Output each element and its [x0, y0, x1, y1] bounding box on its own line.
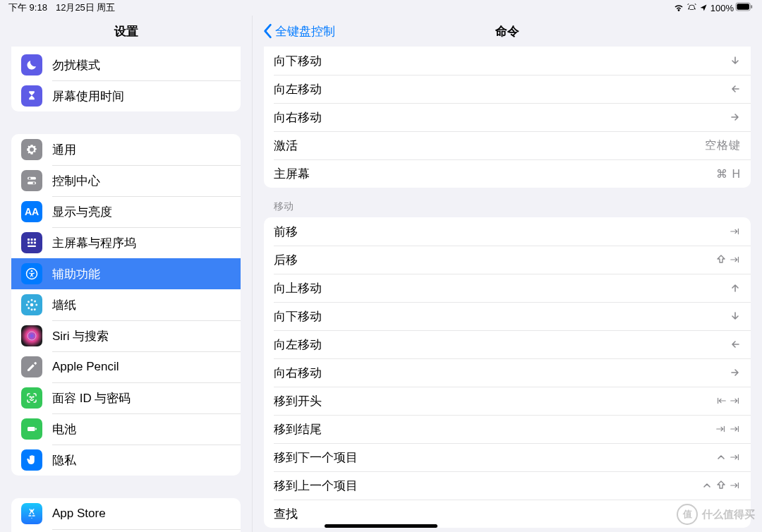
sidebar-item-label: 通用	[52, 142, 76, 158]
command-label: 移到开头	[274, 393, 322, 409]
grid-icon	[21, 232, 42, 253]
status-bar: 下午 9:18 12月25日 周五 100%	[0, 0, 762, 16]
svg-rect-7	[28, 238, 30, 241]
command-row[interactable]: 移到下一个项目	[264, 443, 751, 471]
command-row[interactable]: 前移	[264, 217, 751, 246]
sidebar-item-label: 电池	[52, 421, 76, 437]
command-row[interactable]: 向左移动	[264, 75, 751, 103]
command-row[interactable]: 向上移动	[264, 274, 751, 302]
command-shortcut: 空格键	[705, 138, 741, 153]
alarm-icon	[687, 4, 696, 13]
sidebar-item-wallet[interactable]: 钱包与 Apple Pay	[11, 529, 241, 532]
pencil-icon	[21, 356, 42, 377]
svg-rect-21	[35, 428, 37, 430]
sidebar-item-dnd[interactable]: 勿扰模式	[11, 49, 241, 80]
svg-rect-10	[28, 242, 30, 244]
command-group-move: 前移 后移 向上移动 向下移动	[264, 217, 751, 528]
command-group: 向下移动 向左移动 向右移动 激活 空格键 主屏幕 ⌘ H	[264, 47, 751, 188]
sidebar-item-label: App Store	[52, 507, 106, 521]
sidebar-item-pencil[interactable]: Apple Pencil	[11, 351, 241, 382]
command-row[interactable]: 后移	[264, 246, 751, 274]
back-button[interactable]: 全键盘控制	[261, 23, 335, 40]
tab-icon	[730, 423, 741, 435]
command-shortcut	[715, 452, 741, 463]
sidebar-item-faceid[interactable]: 面容 ID 与密码	[11, 382, 241, 413]
sidebar-item-privacy[interactable]: 隐私	[11, 445, 241, 476]
command-row[interactable]: 向右移动	[264, 358, 751, 387]
command-label: 向上移动	[274, 280, 322, 296]
svg-point-19	[33, 397, 34, 397]
sidebar-item-general[interactable]: 通用	[11, 134, 241, 165]
shift-icon	[715, 480, 727, 491]
sidebar-item-label: 主屏幕与程序坞	[52, 235, 136, 251]
svg-rect-2	[751, 5, 752, 8]
home-indicator[interactable]	[325, 524, 437, 528]
detail-header: 全键盘控制 命令	[253, 16, 762, 47]
status-date: 12月25日 周五	[56, 1, 116, 14]
sidebar-item-accessibility[interactable]: 辅助功能	[11, 258, 241, 289]
sidebar-group: 勿扰模式 屏幕使用时间	[11, 47, 241, 111]
command-shortcut	[715, 423, 741, 435]
svg-point-6	[33, 182, 35, 184]
sidebar-item-display[interactable]: AA 显示与亮度	[11, 196, 241, 227]
command-row[interactable]: 移到开头	[264, 387, 751, 415]
accessibility-icon	[21, 263, 42, 284]
hand-icon	[21, 449, 42, 471]
command-label: 移到下一个项目	[274, 449, 358, 466]
sidebar-item-battery[interactable]: 电池	[11, 413, 241, 445]
command-label: 激活	[274, 138, 298, 154]
command-shortcut	[730, 226, 741, 237]
appstore-icon	[21, 503, 42, 524]
wallpaper-icon	[21, 294, 42, 315]
sidebar-item-label: Siri 与搜索	[52, 328, 109, 344]
sidebar-item-screentime[interactable]: 屏幕使用时间	[11, 80, 241, 111]
command-shortcut: ⌘ H	[716, 167, 741, 181]
command-row[interactable]: 移到上一个项目	[264, 471, 751, 500]
command-row[interactable]: 激活 空格键	[264, 131, 751, 159]
command-row[interactable]: 移到结尾	[264, 415, 751, 443]
command-label: 移到结尾	[274, 421, 322, 437]
svg-rect-13	[28, 246, 36, 247]
arrow-up-icon	[730, 282, 741, 294]
command-label: 移到上一个项目	[274, 478, 358, 494]
watermark-text: 什么值得买	[702, 508, 755, 521]
sidebar-item-appstore[interactable]: App Store	[11, 498, 241, 529]
siri-icon	[21, 325, 42, 346]
command-label: 向下移动	[274, 53, 322, 69]
command-row[interactable]: 主屏幕 ⌘ H	[264, 159, 751, 188]
sidebar-item-homescreen[interactable]: 主屏幕与程序坞	[11, 227, 241, 258]
command-label: 前移	[274, 224, 298, 240]
detail-pane: 全键盘控制 命令 向下移动 向左移动 向右移动 激活	[253, 16, 762, 532]
settings-sidebar: 设置 勿扰模式 屏幕使用时间	[0, 16, 253, 532]
command-shortcut	[730, 83, 741, 95]
command-shortcut	[730, 282, 741, 294]
sidebar-item-label: 控制中心	[52, 173, 100, 189]
command-label: 向右移动	[274, 109, 322, 126]
tab-back-icon	[715, 395, 727, 406]
tab-icon	[730, 480, 741, 491]
svg-point-5	[29, 177, 31, 179]
shift-icon	[715, 254, 727, 265]
sidebar-item-label: 屏幕使用时间	[52, 88, 124, 104]
arrow-left-icon	[730, 339, 741, 350]
svg-point-16	[30, 303, 34, 307]
command-row[interactable]: 向右移动	[264, 103, 751, 131]
svg-rect-11	[31, 242, 33, 244]
command-row[interactable]: 向下移动	[264, 47, 751, 75]
control-icon	[715, 452, 727, 463]
command-row[interactable]: 向左移动	[264, 330, 751, 358]
sidebar-item-wallpaper[interactable]: 墙纸	[11, 289, 241, 320]
svg-point-18	[30, 397, 30, 397]
command-shortcut	[715, 254, 741, 265]
sidebar-item-label: 隐私	[52, 452, 76, 468]
command-shortcut	[730, 55, 741, 66]
sidebar-title: 设置	[0, 16, 252, 47]
command-shortcut	[730, 111, 741, 123]
arrow-right-icon	[730, 111, 741, 123]
sidebar-item-control-center[interactable]: 控制中心	[11, 165, 241, 196]
command-shortcut	[701, 480, 741, 491]
sidebar-item-siri[interactable]: Siri 与搜索	[11, 320, 241, 351]
tab-icon	[715, 423, 727, 435]
command-row[interactable]: 向下移动	[264, 302, 751, 330]
location-icon	[699, 4, 708, 12]
